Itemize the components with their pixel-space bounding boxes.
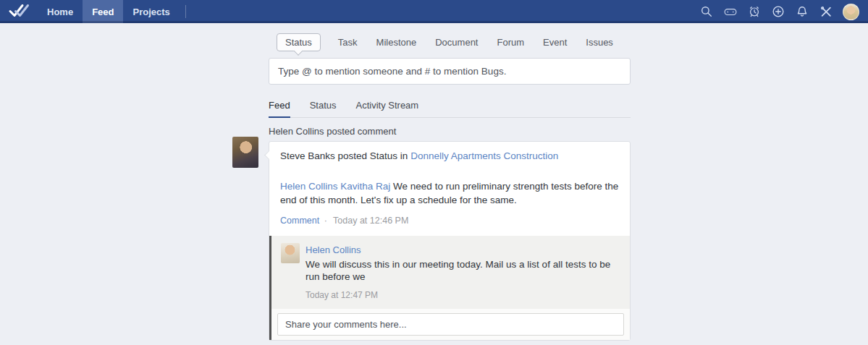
navbar-actions [689, 0, 868, 23]
status-composer-input[interactable] [269, 58, 631, 85]
nav-separator [185, 5, 186, 18]
feed-view-tabs: Feed Status Activity Stream [269, 100, 631, 118]
composer-tab-forum[interactable]: Forum [497, 37, 524, 48]
search-icon[interactable] [700, 5, 713, 18]
meta-dot: · [324, 216, 327, 226]
bell-icon[interactable] [796, 5, 809, 18]
feed-tab-activity-stream[interactable]: Activity Stream [356, 100, 419, 117]
composer-tab-milestone[interactable]: Milestone [376, 37, 417, 48]
feed-tab-status[interactable]: Status [310, 100, 337, 117]
nav-item-projects[interactable]: Projects [123, 0, 179, 23]
post-author-name: Steve Banks [280, 150, 335, 161]
feed-tab-feed[interactable]: Feed [269, 100, 290, 117]
post-header: Steve Banks posted Status in Donnelly Ap… [280, 150, 619, 161]
composer-tabs: Status Task Milestone Document Forum Eve… [269, 33, 631, 51]
tools-icon[interactable] [819, 5, 833, 18]
alarm-clock-icon[interactable] [748, 5, 761, 18]
comment-author-link[interactable]: Helen Collins [306, 244, 361, 255]
comment-author-avatar[interactable] [281, 243, 300, 263]
activity-note: Helen Collins posted comment [269, 126, 631, 137]
post-meta: Comment · Today at 12:46 PM [280, 216, 619, 226]
app-logo[interactable] [0, 0, 38, 23]
nav-item-home[interactable]: Home [38, 0, 83, 23]
comment-input-area [269, 309, 630, 340]
comment-action-link[interactable]: Comment [280, 216, 319, 226]
feed-post: Steve Banks posted Status in Donnelly Ap… [269, 141, 631, 341]
post-action-text: posted Status in [338, 150, 408, 161]
post-body-text: Helen Collins Kavitha Raj We need to run… [280, 179, 619, 207]
top-navbar: Home Feed Projects [0, 0, 868, 23]
user-avatar[interactable] [843, 4, 859, 20]
post-author-avatar[interactable] [232, 137, 258, 168]
comment-thread: Helen Collins We will discuss this in ou… [269, 236, 630, 309]
comment-input[interactable] [277, 313, 624, 336]
post-timestamp: Today at 12:46 PM [333, 216, 408, 226]
composer-tab-task[interactable]: Task [338, 37, 358, 48]
composer-tab-event[interactable]: Event [543, 37, 567, 48]
post-mentions-link[interactable]: Helen Collins Kavitha Raj [280, 181, 390, 192]
composer-tab-status[interactable]: Status [277, 33, 321, 51]
post-project-link[interactable]: Donnelly Apartments Construction [410, 150, 558, 161]
double-check-logo-icon [8, 2, 30, 21]
nav-item-feed[interactable]: Feed [83, 0, 123, 23]
composer-tab-document[interactable]: Document [435, 37, 478, 48]
feed-main-column: Status Task Milestone Document Forum Eve… [269, 23, 631, 345]
comment-timestamp: Today at 12:47 PM [306, 290, 619, 300]
comment-text: We will discuss this in our meeting toda… [306, 258, 619, 283]
main-nav: Home Feed Projects [38, 0, 186, 23]
comment-content: Helen Collins We will discuss this in ou… [306, 243, 619, 300]
add-circle-icon[interactable] [772, 5, 785, 18]
composer-tab-issues[interactable]: Issues [586, 37, 613, 48]
game-controller-icon[interactable] [724, 5, 737, 18]
post-card-body: Steve Banks posted Status in Donnelly Ap… [269, 142, 630, 226]
post-card: Steve Banks posted Status in Donnelly Ap… [269, 141, 631, 341]
